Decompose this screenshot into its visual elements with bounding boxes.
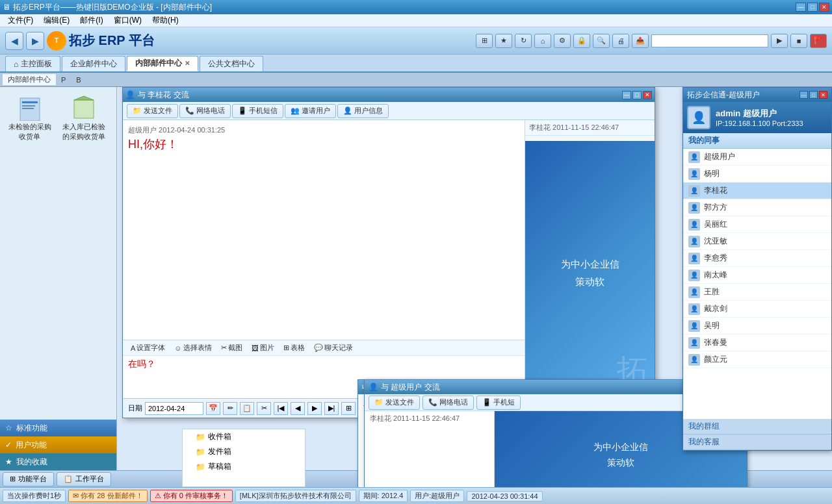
tool-settings-btn[interactable]: ⚙	[554, 34, 571, 48]
tool-star-btn[interactable]: ★	[495, 34, 512, 48]
tab-internal-mail[interactable]: 内部邮件中心 ✕	[127, 56, 198, 71]
tool-lock-btn[interactable]: 🔒	[573, 34, 590, 48]
sms-btn[interactable]: 📱 手机短信	[232, 104, 283, 118]
tool-refresh-btn[interactable]: ↻	[515, 34, 532, 48]
mail-text: 你有 28 份新邮件！	[81, 492, 142, 499]
contact-item-liguihua[interactable]: 👤 李桂花	[683, 183, 831, 199]
image-btn[interactable]: 🖼 图片	[248, 342, 278, 355]
address-bar[interactable]	[651, 34, 768, 47]
menu-file[interactable]: 文件(F)	[3, 14, 38, 27]
sidebar-icon-warehouse[interactable]: 未入库已检验的采购收货单	[59, 92, 108, 144]
contacts-close-btn[interactable]: ✕	[819, 91, 827, 99]
contacts-minimize-btn[interactable]: —	[800, 91, 808, 99]
tab-corp-mail[interactable]: 企业邮件中心	[62, 56, 125, 71]
send-file-btn[interactable]: 📁 发送文件	[127, 104, 178, 118]
tab-function-platform[interactable]: ⊞ 功能平台	[3, 472, 54, 486]
contact-item-superuser[interactable]: 👤 超级用户	[683, 149, 831, 166]
chat-right-panel: 李桂花 2011-11-15 22:46:47 为中小企业信 策动软 拓	[525, 120, 655, 398]
network-call-btn[interactable]: 📞 网络电话	[179, 104, 231, 118]
contact-item-wuming[interactable]: 👤 吴明	[683, 318, 831, 334]
forward-btn[interactable]: ▶	[26, 32, 44, 50]
sub-tab-b[interactable]: B	[71, 75, 86, 84]
sidebar-my-favorites[interactable]: ★ 我的收藏	[0, 453, 116, 470]
tool-stop-btn[interactable]: ■	[790, 34, 807, 48]
menu-window[interactable]: 窗口(W)	[109, 14, 147, 27]
contacts-list: 👤 超级用户 👤 杨明 👤 李桂花 👤 郭方方 👤 吴丽红	[683, 149, 831, 419]
sidebar-icon-purchase[interactable]: 未检验的采购收货单	[5, 92, 54, 144]
chat-minimize-btn[interactable]: —	[622, 91, 631, 99]
tool-search-btn[interactable]: 🔍	[593, 34, 610, 48]
invite-btn[interactable]: 👥 邀请用户	[285, 104, 336, 118]
contact-item-yangming[interactable]: 👤 杨明	[683, 166, 831, 183]
func-platform-icon: ⊞	[10, 475, 16, 483]
contacts-service-btn[interactable]: 我的客服	[683, 435, 831, 450]
next-btn[interactable]: ▶	[307, 402, 322, 415]
menu-help[interactable]: 帮助(H)	[147, 14, 184, 27]
contact-item-nantaifeng[interactable]: 👤 南太峰	[683, 267, 831, 284]
first-btn[interactable]: |◀	[274, 402, 288, 415]
last-btn[interactable]: ▶|	[324, 402, 339, 415]
content-area: 👤 与 李桂花 交流 — □ ✕ 📁 发送文件 📞 网络电话	[117, 87, 832, 487]
screenshot-btn[interactable]: ✂ 截图	[217, 342, 246, 355]
contact-item-guofangfang[interactable]: 👤 郭方方	[683, 199, 831, 216]
tab-work-platform[interactable]: 📋 工作平台	[57, 472, 111, 486]
tab-public-docs[interactable]: 公共文档中心	[200, 56, 263, 71]
back-btn[interactable]: ◀	[5, 32, 23, 50]
cw2-sms-btn[interactable]: 📱 手机短	[476, 396, 521, 410]
minimize-btn[interactable]: —	[796, 3, 806, 12]
close-btn[interactable]: ✕	[819, 3, 829, 12]
contact-item-yanliyuan[interactable]: 👤 颜立元	[683, 351, 831, 368]
file-tree-inbox[interactable]: 📁 收件箱	[183, 429, 305, 444]
contact-item-liyuxiu[interactable]: 👤 李愈秀	[683, 250, 831, 267]
status-company: [MLK]深圳市拓步软件技术有限公司	[235, 490, 356, 502]
cw2-send-file-btn[interactable]: 📁 发送文件	[369, 396, 420, 410]
tab-dashboard[interactable]: ⌂ 主控面板	[5, 56, 60, 71]
contact-item-shenyamin[interactable]: 👤 沈亚敏	[683, 233, 831, 250]
sub-tab-p[interactable]: P	[56, 75, 71, 84]
chat-toolbar: 📁 发送文件 📞 网络电话 📱 手机短信 👥 邀请用户 👤 用户信	[123, 102, 655, 120]
contact-item-wangsheng[interactable]: 👤 王胜	[683, 284, 831, 301]
status-audit[interactable]: ⚠ 你有 0 件审核事务！	[150, 490, 233, 502]
copy-icon-btn[interactable]: 📋	[240, 402, 254, 415]
cw2-network-call-btn[interactable]: 📞 网络电话	[422, 396, 474, 410]
expand-btn[interactable]: ⊞	[341, 402, 356, 415]
grid-btn[interactable]: ⊞ 表格	[280, 342, 309, 355]
chat-close-btn[interactable]: ✕	[643, 91, 652, 99]
sidebar-standard-functions[interactable]: ☆ 标准功能	[0, 420, 116, 436]
tab-dashboard-icon: ⌂	[14, 60, 18, 69]
calendar-icon-btn[interactable]: 📅	[206, 402, 220, 415]
contact-name-nantaifeng: 南太峰	[704, 270, 727, 281]
contacts-restore-btn[interactable]: □	[809, 91, 818, 99]
user-func-icon: ✓	[5, 440, 12, 449]
status-mail[interactable]: ✉ 你有 28 份新邮件！	[68, 490, 147, 502]
emoji-btn[interactable]: ☺ 选择表情	[170, 342, 215, 355]
chat-restore-btn[interactable]: □	[632, 91, 642, 99]
tool-play-btn[interactable]: ▶	[771, 34, 788, 48]
tab-internal-mail-close[interactable]: ✕	[185, 60, 190, 67]
user-info-btn[interactable]: 👤 用户信息	[337, 104, 389, 118]
restore-btn[interactable]: □	[807, 3, 818, 12]
sidebar-user-functions[interactable]: ✓ 用户功能	[0, 436, 116, 453]
font-btn[interactable]: A 设置字体	[127, 342, 169, 355]
tool-export-btn[interactable]: 📤	[632, 34, 649, 48]
tool-home-btn[interactable]: ⌂	[534, 34, 551, 48]
cw2-messages: 李桂花 2011-11-15 22:46:47	[365, 411, 495, 487]
tool-flag-btn[interactable]: 🚩	[810, 34, 827, 48]
date-input[interactable]	[145, 402, 203, 415]
file-tree-drafts[interactable]: 📁 草稿箱	[183, 459, 305, 474]
cut-icon-btn[interactable]: ✂	[257, 402, 271, 415]
file-tree-outbox[interactable]: 📁 发件箱	[183, 444, 305, 459]
tool-grid-btn[interactable]: ⊞	[476, 34, 493, 48]
font-icon: A	[131, 344, 135, 352]
edit-icon-btn[interactable]: ✏	[223, 402, 237, 415]
history-btn[interactable]: 💬 聊天记录	[310, 342, 357, 355]
menu-edit[interactable]: 编辑(E)	[38, 14, 75, 27]
prev-btn[interactable]: ◀	[291, 402, 305, 415]
contact-item-zhangchunman[interactable]: 👤 张春曼	[683, 334, 831, 351]
contact-item-daijingjian[interactable]: 👤 戴京剑	[683, 301, 831, 318]
sub-tab-mail[interactable]: 内部邮件中心	[3, 74, 56, 85]
menu-mail[interactable]: 邮件(I)	[75, 14, 108, 27]
contact-item-wulihong[interactable]: 👤 吴丽红	[683, 216, 831, 233]
contacts-groups-btn[interactable]: 我的群组	[683, 419, 831, 435]
tool-print-btn[interactable]: 🖨	[612, 34, 629, 48]
